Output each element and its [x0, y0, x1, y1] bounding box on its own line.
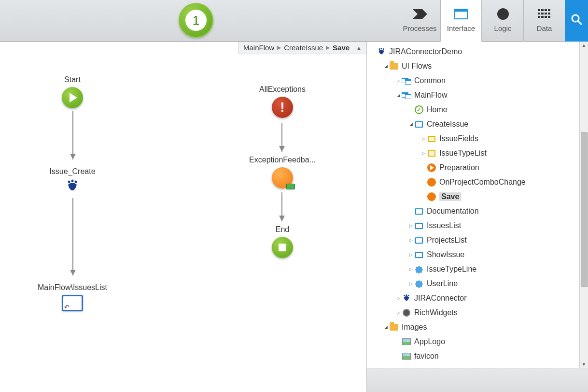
- tab-data[interactable]: Data: [523, 0, 565, 42]
- tab-label: Logic: [494, 24, 512, 32]
- expand-icon[interactable]: ▷: [407, 238, 414, 243]
- expand-icon[interactable]: ▷: [407, 252, 414, 257]
- svg-rect-12: [541, 16, 544, 18]
- screen-icon: [414, 206, 424, 216]
- webblock-icon: [427, 148, 436, 158]
- flow-canvas[interactable]: Start Issue_Create MainFlow\IssuesList: [0, 42, 366, 392]
- tree-item-label: AppLogo: [414, 337, 445, 346]
- tree-item-label: Images: [402, 323, 427, 332]
- expand-icon[interactable]: ▷: [420, 136, 427, 141]
- node-exception-feedback[interactable]: ExceptionFeedba...: [241, 156, 323, 189]
- node-start[interactable]: Start: [48, 75, 97, 108]
- node-issue-create[interactable]: Issue_Create: [36, 167, 109, 193]
- uiflow-icon: [402, 90, 411, 100]
- tree-item[interactable]: ▷RichWidgets: [370, 305, 579, 320]
- tree-item-label: MainFlow: [414, 91, 447, 100]
- collapse-icon[interactable]: ◢: [382, 325, 389, 330]
- processes-icon: [413, 7, 427, 21]
- tree-item[interactable]: ▷IssueTypeLine: [370, 262, 579, 276]
- node-destination[interactable]: MainFlow\IssuesList: [24, 283, 121, 311]
- collapse-icon[interactable]: ◢: [407, 122, 414, 127]
- scrollbar-thumb[interactable]: [581, 132, 588, 287]
- svg-point-36: [406, 294, 407, 296]
- tree-item-label: JIRAConnector: [414, 294, 467, 303]
- feedback-icon: [272, 167, 293, 189]
- tree-item[interactable]: ▷ShowIssue: [370, 247, 579, 262]
- app-toolbar: 1 Processes Interface Logic: [0, 0, 588, 42]
- tree-item[interactable]: ▷UserLine: [370, 276, 579, 291]
- tree-item[interactable]: ▷IssueFields: [370, 131, 579, 146]
- tree-item[interactable]: OnProjectComboChange: [370, 175, 579, 189]
- tree-item-label: Common: [414, 76, 446, 85]
- folder-icon: [389, 322, 399, 332]
- vertical-scrollbar[interactable]: ▲ ▼: [579, 42, 588, 368]
- tree-item[interactable]: ▷Common: [370, 73, 579, 88]
- screen-icon: [414, 119, 424, 129]
- svg-rect-11: [538, 16, 540, 18]
- node-label: MainFlow\IssuesList: [24, 283, 121, 292]
- module-tree[interactable]: JIRAConnectorDemo◢UI Flows▷Common◢MainFl…: [367, 42, 579, 368]
- jira-module-icon: [377, 47, 386, 57]
- scroll-up-icon[interactable]: ▲: [582, 43, 587, 48]
- expand-icon[interactable]: ▷: [407, 281, 414, 286]
- svg-rect-4: [541, 9, 544, 11]
- svg-rect-13: [545, 16, 547, 18]
- expand-icon[interactable]: ▷: [420, 151, 427, 156]
- end-icon: [272, 237, 293, 258]
- flow-connector: [72, 198, 74, 280]
- tab-search[interactable]: [565, 0, 588, 42]
- screen-icon: [414, 250, 424, 260]
- scroll-down-icon[interactable]: ▼: [582, 362, 587, 367]
- node-end[interactable]: End: [261, 225, 304, 258]
- weblock-template-icon: [414, 279, 424, 289]
- svg-rect-9: [545, 13, 547, 15]
- tree-item[interactable]: AppLogo: [370, 334, 579, 349]
- publish-badge[interactable]: 1: [179, 3, 213, 38]
- tree-item[interactable]: Home: [370, 102, 579, 117]
- tree-item[interactable]: ▷JIRAConnector: [370, 291, 579, 305]
- tree-item[interactable]: ▷ProjectsList: [370, 233, 579, 247]
- collapse-icon[interactable]: ◢: [382, 64, 389, 69]
- svg-rect-6: [548, 9, 550, 11]
- tree-item[interactable]: ◢MainFlow: [370, 88, 579, 102]
- node-all-exceptions[interactable]: AllExceptions !: [241, 85, 323, 118]
- action-icon: [427, 192, 436, 202]
- tab-interface[interactable]: Interface: [440, 0, 482, 42]
- node-label: Issue_Create: [36, 167, 109, 176]
- tree-item[interactable]: ▷IssuesList: [370, 218, 579, 233]
- tab-processes[interactable]: Processes: [399, 0, 440, 42]
- tree-item[interactable]: favicon: [370, 349, 579, 363]
- expand-icon[interactable]: ▷: [395, 296, 402, 301]
- jira-icon: [65, 179, 80, 193]
- expand-icon[interactable]: ▷: [395, 78, 402, 83]
- tree-item[interactable]: ◢Images: [370, 320, 579, 334]
- tree-item-label: ShowIssue: [427, 250, 464, 259]
- tree-item[interactable]: Save: [370, 189, 579, 204]
- tree-item-label: IssueFields: [439, 134, 478, 143]
- image-icon: [402, 337, 411, 347]
- module-tree-panel: JIRAConnectorDemo◢UI Flows▷Common◢MainFl…: [367, 42, 588, 392]
- tree-item[interactable]: Documentation: [370, 204, 579, 218]
- tree-item-label: UI Flows: [402, 62, 432, 71]
- svg-point-19: [71, 180, 74, 182]
- tree-item[interactable]: JIRAConnectorDemo: [370, 44, 579, 59]
- tree-item-label: favicon: [414, 352, 439, 361]
- expand-icon[interactable]: ▷: [395, 310, 402, 315]
- svg-point-37: [408, 295, 409, 296]
- collapse-icon[interactable]: ◢: [395, 93, 402, 98]
- svg-point-25: [381, 48, 382, 49]
- tree-item[interactable]: ◢UI Flows: [370, 59, 579, 73]
- svg-rect-7: [538, 13, 540, 15]
- svg-point-20: [75, 181, 77, 183]
- interface-icon: [454, 7, 468, 21]
- svg-point-35: [404, 295, 405, 296]
- tab-label: Interface: [447, 24, 475, 32]
- svg-line-16: [578, 21, 581, 24]
- tree-item[interactable]: ▷IssueTypeList: [370, 146, 579, 160]
- expand-icon[interactable]: ▷: [407, 267, 414, 272]
- image-icon: [402, 351, 411, 361]
- expand-icon[interactable]: ▷: [407, 223, 414, 228]
- tab-logic[interactable]: Logic: [482, 0, 523, 42]
- tree-item[interactable]: Preparation: [370, 160, 579, 175]
- tree-item[interactable]: ◢CreateIssue: [370, 117, 579, 131]
